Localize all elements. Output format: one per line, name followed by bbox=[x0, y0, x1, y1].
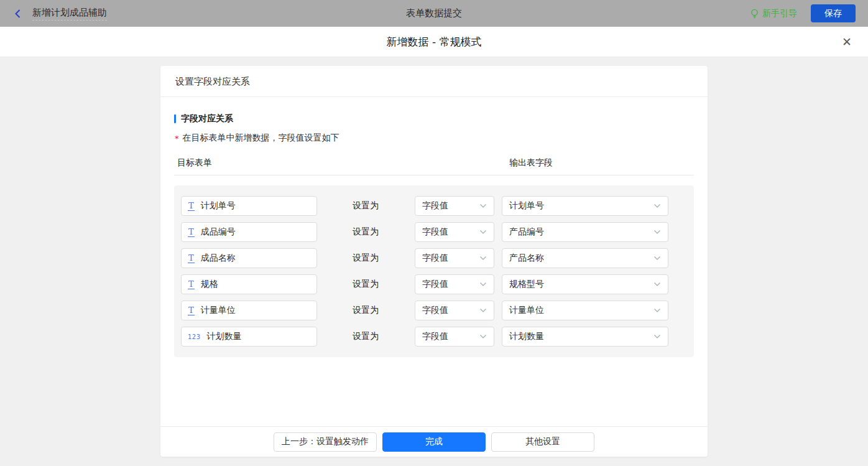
value-mode-select[interactable]: 字段值 bbox=[415, 196, 494, 216]
dialog-body: 设置字段对应关系 字段对应关系 * 在目标表单中新增数据，字段值设置如下 目标表… bbox=[0, 66, 868, 466]
output-field-select[interactable]: 产品编号 bbox=[502, 222, 668, 242]
text-field-icon: T bbox=[188, 228, 195, 237]
output-field-select[interactable]: 产品名称 bbox=[502, 248, 668, 268]
chevron-down-icon bbox=[479, 203, 487, 208]
top-bar: 表单数据提交 新增计划成品辅助 新手引导 保存 bbox=[0, 0, 868, 27]
output-field-select[interactable]: 计划单号 bbox=[502, 196, 668, 216]
chevron-down-icon bbox=[653, 230, 661, 235]
output-field-column-header: 输出表字段 bbox=[509, 157, 553, 169]
set-as-label: 设置为 bbox=[353, 305, 379, 316]
required-asterisk: * bbox=[175, 134, 179, 143]
other-settings-button[interactable]: 其他设置 bbox=[491, 432, 594, 452]
column-headers: 目标表单 输出表字段 bbox=[174, 157, 694, 170]
value-mode-select[interactable]: 字段值 bbox=[415, 248, 494, 268]
field-mapping-row: T 成品编号 设置为 字段值 产品编号 bbox=[181, 219, 687, 245]
close-icon[interactable]: ✕ bbox=[842, 36, 852, 48]
set-as-label: 设置为 bbox=[353, 200, 379, 212]
section-description: * 在目标表单中新增数据，字段值设置如下 bbox=[175, 133, 694, 144]
number-field-icon: 123 bbox=[188, 333, 201, 340]
text-field-icon: T bbox=[188, 202, 195, 211]
output-field-select[interactable]: 计划数量 bbox=[502, 327, 668, 347]
card-title: 设置字段对应关系 bbox=[160, 66, 708, 97]
chevron-down-icon bbox=[653, 308, 661, 313]
beginner-guide-label: 新手引导 bbox=[762, 8, 797, 19]
chevron-down-icon bbox=[653, 203, 661, 208]
chevron-down-icon bbox=[653, 334, 661, 339]
set-as-label: 设置为 bbox=[353, 331, 379, 342]
output-field-select[interactable]: 计量单位 bbox=[502, 301, 668, 320]
chevron-down-icon bbox=[479, 334, 487, 339]
section-title: 字段对应关系 bbox=[174, 113, 694, 124]
text-field-icon: T bbox=[188, 254, 195, 263]
previous-step-button[interactable]: 上一步：设置触发动作 bbox=[274, 432, 377, 452]
set-as-label: 设置为 bbox=[353, 279, 379, 290]
target-form-column-header: 目标表单 bbox=[177, 157, 212, 169]
mapping-rows-panel: T 计划单号 设置为 字段值 计划单号 T bbox=[174, 185, 694, 357]
workflow-node-title: 表单数据提交 bbox=[0, 7, 868, 19]
card-footer: 上一步：设置触发动作 完成 其他设置 bbox=[160, 426, 708, 457]
field-mapping-row: T 计划单号 设置为 字段值 计划单号 bbox=[181, 193, 687, 219]
output-field-select[interactable]: 规格型号 bbox=[502, 274, 668, 294]
field-mapping-row: T 计量单位 设置为 字段值 计量单位 bbox=[181, 297, 687, 324]
value-mode-select[interactable]: 字段值 bbox=[415, 327, 494, 347]
chevron-down-icon bbox=[479, 230, 487, 235]
workflow-name[interactable]: 新增计划成品辅助 bbox=[32, 7, 107, 21]
target-field-box[interactable]: T 规格 bbox=[181, 274, 317, 294]
field-mapping-row: 123 计划数量 设置为 字段值 计划数量 bbox=[181, 324, 687, 350]
chevron-down-icon bbox=[479, 282, 487, 287]
target-field-box[interactable]: T 成品编号 bbox=[181, 222, 317, 242]
set-as-label: 设置为 bbox=[353, 226, 379, 238]
dialog-title: 新增数据 - 常规模式 bbox=[387, 35, 482, 49]
divider bbox=[174, 175, 694, 175]
value-mode-select[interactable]: 字段值 bbox=[415, 274, 494, 294]
set-as-label: 设置为 bbox=[353, 253, 379, 264]
text-field-icon: T bbox=[188, 280, 195, 289]
field-mapping-row: T 规格 设置为 字段值 规格型号 bbox=[181, 271, 687, 297]
target-field-box[interactable]: T 成品名称 bbox=[181, 248, 317, 268]
chevron-down-icon bbox=[479, 308, 487, 313]
target-field-box[interactable]: 123 计划数量 bbox=[181, 327, 317, 347]
chevron-down-icon bbox=[653, 256, 661, 261]
section-accent-bar bbox=[174, 114, 176, 123]
field-mapping-row: T 成品名称 设置为 字段值 产品名称 bbox=[181, 245, 687, 271]
finish-button[interactable]: 完成 bbox=[382, 432, 486, 452]
target-field-box[interactable]: T 计划单号 bbox=[181, 196, 317, 216]
value-mode-select[interactable]: 字段值 bbox=[415, 222, 494, 242]
text-field-icon: T bbox=[188, 306, 195, 315]
beginner-guide-link[interactable]: 新手引导 bbox=[750, 8, 797, 19]
value-mode-select[interactable]: 字段值 bbox=[415, 301, 494, 320]
lightbulb-icon bbox=[750, 9, 759, 19]
dialog-header: 新增数据 - 常规模式 ✕ bbox=[0, 27, 868, 57]
chevron-left-icon bbox=[12, 8, 24, 19]
save-button[interactable]: 保存 bbox=[811, 4, 856, 22]
field-mapping-card: 设置字段对应关系 字段对应关系 * 在目标表单中新增数据，字段值设置如下 目标表… bbox=[160, 66, 708, 457]
chevron-down-icon bbox=[653, 282, 661, 287]
back-button[interactable] bbox=[12, 8, 24, 19]
chevron-down-icon bbox=[479, 256, 487, 261]
target-field-box[interactable]: T 计量单位 bbox=[181, 301, 317, 320]
